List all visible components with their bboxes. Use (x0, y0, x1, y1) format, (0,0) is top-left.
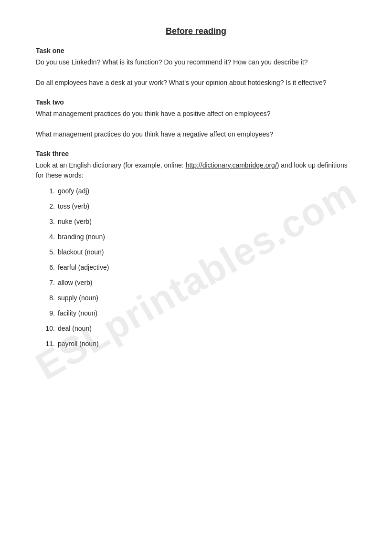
task-one-heading: Task one (36, 47, 356, 54)
word-text: nuke (verb) (58, 218, 92, 225)
task-one-section: Task one Do you use LinkedIn? What is it… (36, 47, 356, 88)
word-number: 6. (41, 263, 55, 271)
page-container: ESLprintables.com Before reading Task on… (0, 0, 392, 558)
word-text: toss (verb) (58, 202, 89, 210)
task-one-question2: Do all employees have a desk at your wor… (36, 78, 356, 88)
word-number: 3. (41, 218, 55, 225)
list-item: 6.fearful (adjective) (41, 263, 356, 271)
word-text: deal (noun) (58, 325, 92, 332)
word-text: blackout (noun) (58, 248, 104, 256)
task-three-intro: Look at an English dictionary (for examp… (36, 160, 356, 180)
task-two-section: Task two What management practices do yo… (36, 98, 356, 139)
word-text: supply (noun) (58, 294, 98, 302)
word-text: branding (noun) (58, 233, 105, 241)
task-three-heading: Task three (36, 150, 356, 158)
page-title: Before reading (36, 26, 356, 36)
word-number: 4. (41, 233, 55, 241)
word-number: 11. (41, 340, 55, 347)
word-text: allow (verb) (58, 279, 92, 286)
task-three-section: Task three Look at an English dictionary… (36, 150, 356, 347)
word-text: fearful (adjective) (58, 263, 109, 271)
word-number: 10. (41, 325, 55, 332)
word-number: 8. (41, 294, 55, 302)
word-text: facility (noun) (58, 309, 97, 317)
list-item: 8.supply (noun) (41, 294, 356, 302)
word-number: 7. (41, 279, 55, 286)
word-text: goofy (adj) (58, 187, 89, 195)
list-item: 3.nuke (verb) (41, 218, 356, 225)
list-item: 5.blackout (noun) (41, 248, 356, 256)
list-item: 2.toss (verb) (41, 202, 356, 210)
word-number: 5. (41, 248, 55, 256)
task-three-intro-before: Look at an English dictionary (for examp… (36, 161, 186, 169)
task-two-question2: What management practices do you think h… (36, 129, 356, 139)
word-number: 1. (41, 187, 55, 195)
list-item: 9.facility (noun) (41, 309, 356, 317)
word-text: payroll (noun) (58, 340, 99, 347)
task-two-heading: Task two (36, 98, 356, 106)
word-number: 2. (41, 202, 55, 210)
list-item: 1.goofy (adj) (41, 187, 356, 195)
list-item: 7.allow (verb) (41, 279, 356, 286)
list-item: 4.branding (noun) (41, 233, 356, 241)
list-item: 10.deal (noun) (41, 325, 356, 332)
list-item: 11.payroll (noun) (41, 340, 356, 347)
task-two-question1: What management practices do you think h… (36, 109, 356, 119)
word-number: 9. (41, 309, 55, 317)
dictionary-link[interactable]: http://dictionary.cambridge.org/ (186, 161, 277, 169)
word-list: 1.goofy (adj)2.toss (verb)3.nuke (verb)4… (36, 187, 356, 347)
task-one-question1: Do you use LinkedIn? What is its functio… (36, 57, 356, 67)
